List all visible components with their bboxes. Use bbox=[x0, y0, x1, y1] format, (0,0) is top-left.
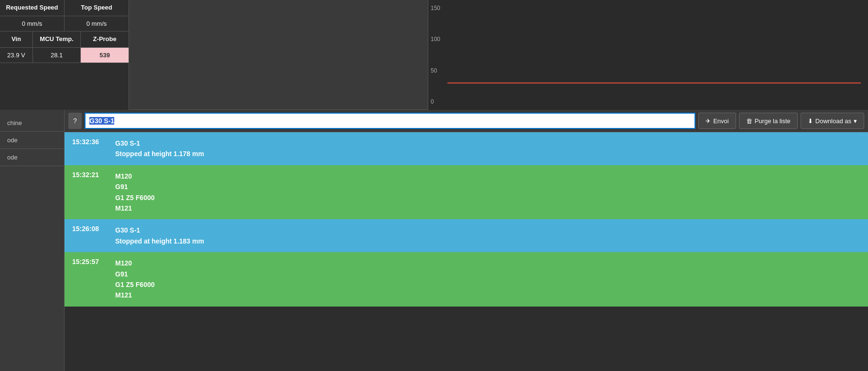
y-label-150: 150 bbox=[431, 5, 440, 11]
log-time-2: 15:32:21 bbox=[72, 171, 115, 179]
y-label-0: 0 bbox=[431, 98, 440, 105]
stats-header-row: Requested Speed Top Speed bbox=[0, 0, 129, 16]
log-time-3: 15:26:08 bbox=[72, 225, 115, 233]
download-button[interactable]: ⬇ Download as ▾ bbox=[801, 113, 864, 129]
zprobe-value: 539 bbox=[81, 48, 129, 63]
top-speed-value: 0 mm/s bbox=[65, 16, 129, 31]
envoi-button[interactable]: ✈ Envoi bbox=[698, 113, 736, 129]
download-icon: ⬇ bbox=[808, 117, 813, 125]
log-messages-4: M120 G91 G1 Z5 F6000 M121 bbox=[115, 258, 155, 301]
chart-panel: 150 100 50 0 bbox=[428, 0, 868, 110]
download-label: Download as bbox=[815, 117, 851, 125]
requested-speed-value: 0 mm/s bbox=[0, 16, 65, 31]
log-messages-3: G30 S-1 Stopped at height 1.183 mm bbox=[115, 225, 204, 246]
log-msg-2-3: G1 Z5 F6000 bbox=[115, 192, 155, 203]
chevron-down-icon: ▾ bbox=[854, 117, 857, 125]
y-label-50: 50 bbox=[431, 67, 440, 74]
top-section: Requested Speed Top Speed 0 mm/s 0 mm/s … bbox=[0, 0, 868, 110]
stats-values-row: 0 mm/s 0 mm/s bbox=[0, 16, 129, 32]
log-entry-2: 15:32:21 M120 G91 G1 Z5 F6000 M121 bbox=[65, 165, 868, 220]
log-msg-4-1: M120 bbox=[115, 258, 155, 268]
help-button[interactable]: ? bbox=[68, 113, 82, 129]
y-label-100: 100 bbox=[431, 36, 440, 42]
log-msg-3-1: G30 S-1 bbox=[115, 225, 204, 235]
log-msg-2-4: M121 bbox=[115, 203, 155, 213]
chart-area bbox=[447, 5, 861, 105]
log-entry-1: 15:32:36 G30 S-1 Stopped at height 1.178… bbox=[65, 132, 868, 165]
zprobe-header: Z-Probe bbox=[81, 32, 129, 47]
send-icon: ✈ bbox=[705, 117, 711, 125]
log-area: 15:32:36 G30 S-1 Stopped at height 1.178… bbox=[65, 132, 868, 371]
purge-button[interactable]: 🗑 Purge la liste bbox=[739, 113, 798, 129]
vin-header: Vin bbox=[0, 32, 33, 47]
stats-panel: Requested Speed Top Speed 0 mm/s 0 mm/s … bbox=[0, 0, 129, 110]
log-msg-1-1: G30 S-1 bbox=[115, 138, 204, 148]
log-messages-2: M120 G91 G1 Z5 F6000 M121 bbox=[115, 171, 155, 214]
log-messages-1: G30 S-1 Stopped at height 1.178 mm bbox=[115, 138, 204, 159]
purge-label: Purge la liste bbox=[755, 117, 791, 125]
mcu-temp-value: 28.1 bbox=[33, 48, 81, 63]
mcu-temp-header: MCU Temp. bbox=[33, 32, 81, 47]
chart-svg bbox=[447, 5, 861, 105]
log-time-1: 15:32:36 bbox=[72, 138, 115, 146]
log-msg-4-4: M121 bbox=[115, 290, 155, 300]
requested-speed-header: Requested Speed bbox=[0, 0, 65, 16]
stats-subheader-row: Vin MCU Temp. Z-Probe bbox=[0, 32, 129, 48]
chart-y-labels: 150 100 50 0 bbox=[431, 5, 440, 105]
log-msg-2-2: G91 bbox=[115, 181, 155, 192]
vin-value: 23.9 V bbox=[0, 48, 33, 63]
sidebar-item-chine[interactable]: chine bbox=[0, 115, 64, 132]
stats-subvalues-row: 23.9 V 28.1 539 bbox=[0, 48, 129, 63]
middle-panel bbox=[129, 0, 428, 110]
log-msg-3-2: Stopped at height 1.183 mm bbox=[115, 236, 204, 246]
sidebar-item-ode-1[interactable]: ode bbox=[0, 132, 64, 149]
command-bar: ? ✈ Envoi 🗑 Purge la liste ⬇ Download as… bbox=[65, 110, 868, 132]
log-msg-1-2: Stopped at height 1.178 mm bbox=[115, 148, 204, 159]
log-msg-2-1: M120 bbox=[115, 171, 155, 181]
bottom-section: chine ode ode ? ✈ Envoi 🗑 Purge la liste… bbox=[0, 110, 868, 371]
log-msg-4-3: G1 Z5 F6000 bbox=[115, 279, 155, 290]
sidebar: chine ode ode bbox=[0, 110, 65, 371]
envoi-label: Envoi bbox=[713, 117, 729, 125]
log-entry-3: 15:26:08 G30 S-1 Stopped at height 1.183… bbox=[65, 219, 868, 252]
top-speed-header: Top Speed bbox=[65, 0, 129, 16]
log-entry-4: 15:25:57 M120 G91 G1 Z5 F6000 M121 bbox=[65, 252, 868, 307]
trash-icon: 🗑 bbox=[746, 117, 752, 125]
sidebar-item-ode-2[interactable]: ode bbox=[0, 149, 64, 166]
main-content: ? ✈ Envoi 🗑 Purge la liste ⬇ Download as… bbox=[65, 110, 868, 371]
log-time-4: 15:25:57 bbox=[72, 258, 115, 265]
command-input[interactable] bbox=[85, 113, 695, 129]
log-msg-4-2: G91 bbox=[115, 269, 155, 279]
